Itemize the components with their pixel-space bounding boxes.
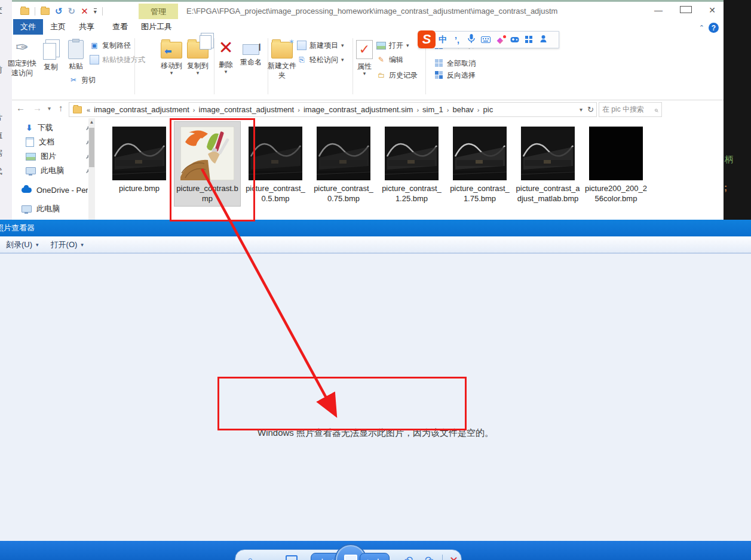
photo-viewer-menubar: 刻录(U)▾ 打开(O)▾ [0,236,751,254]
folder-icon [73,106,82,113]
history-icon: 🗀 [376,70,386,80]
sidebar-item-pictures[interactable]: 图片 [12,149,99,164]
sidebar-item-this-pc[interactable]: 此电脑 [12,202,99,216]
breadcrumb-segment[interactable]: image_contrast_adjustment [197,105,297,114]
delete-icon[interactable]: ✕ [81,6,88,17]
invert-selection-button[interactable]: 反向选择 [434,69,476,81]
cut-button[interactable]: ✂ 剪切 [69,74,96,86]
sidebar-item-onedrive[interactable]: OneDrive - Persc [12,183,99,197]
game-center-icon[interactable] [507,35,522,45]
collapse-ribbon-icon[interactable]: ⌃ [699,24,704,32]
black-image-thumbnail [589,127,643,180]
copy-path-icon: ▣ [90,41,99,50]
rotate-left-icon[interactable]: ↶ [404,554,413,560]
minimize-button[interactable]: — [653,5,664,15]
recent-locations-icon[interactable]: ▾ [48,105,51,112]
breadcrumb-segment[interactable]: image_contrast_adjustment [91,105,192,114]
address-dropdown-icon[interactable]: ▾ [580,106,583,113]
background-glyph: 代 [0,166,7,177]
menu-open[interactable]: 打开(O)▾ [45,236,90,253]
sidebar-scrollbar[interactable]: ▲ [88,118,95,220]
background-glyph: 值 [0,130,7,141]
sidebar-item-documents[interactable]: 文档 [12,135,99,149]
address-bar: ← → ▾ ↑ « image_contrast_adjustment›imag… [12,100,724,119]
select-none-button[interactable]: 全部取消 [434,57,476,69]
tab-view[interactable]: 查看 [105,19,135,35]
chinese-mode-icon[interactable]: 中 [436,35,450,45]
paste-shortcut-button[interactable]: 粘贴快捷方式 [90,54,145,66]
breadcrumb-segment[interactable]: behav [450,105,476,114]
file-item[interactable]: picture200_200_256color.bmp [583,122,649,204]
select-none-icon [434,59,444,68]
close-button[interactable]: ✕ [707,5,718,15]
sidebar-item-downloads[interactable]: ⬇下载 [12,121,99,135]
undo-icon[interactable]: ↺ [55,6,63,17]
manage-contextual-tab[interactable]: 管理 [139,4,178,20]
edit-button[interactable]: ✎ 编辑 [376,54,403,66]
file-name: picture200_200_256color.bmp [584,183,648,204]
microphone-icon[interactable] [464,34,479,45]
new-folder-icon[interactable] [41,8,50,15]
tab-share[interactable]: 共享 [72,19,102,35]
file-item[interactable]: picture_contrast_0.5.bmp [243,122,308,204]
copy-path-button[interactable]: ▣ 复制路径 [90,39,131,51]
search-input[interactable]: 在 pic 中搜索 ⌕ [599,102,662,117]
more-tools-icon[interactable] [536,35,550,45]
scroll-up-icon[interactable]: ▲ [88,119,95,125]
file-item[interactable]: picture_contrast.bmp [174,122,240,206]
new-item-button[interactable]: 新建项目▾ [297,39,344,51]
pin-icon: ✑ [16,38,29,56]
menu-burn[interactable]: 刻录(U)▾ [0,236,45,253]
rename-icon [243,44,259,55]
edit-icon: ✎ [376,55,386,64]
file-name: picture_contrast_1.25.bmp [379,183,444,204]
sidebar-item-this-pc-pinned[interactable]: 此电脑 [12,164,99,178]
breadcrumb[interactable]: « image_contrast_adjustment›image_contra… [69,102,597,117]
breadcrumb-segment[interactable]: image_contrast_adjustment.sim [301,105,416,114]
invert-selection-icon [434,70,444,80]
background-window-left-strip: 交前片值据代 [0,0,13,220]
file-item[interactable]: picture_contrast_adjust_matlab.bmp [515,122,581,204]
new-folder-button[interactable]: 新建文件夹 [263,38,301,80]
copy-icon [43,43,56,60]
copy-to-icon [187,42,209,59]
file-item[interactable]: picture_contrast_1.25.bmp [379,122,445,204]
help-icon[interactable]: ? [709,23,719,33]
toolbox-icon[interactable] [522,35,536,45]
easy-access-button[interactable]: ⎘ 轻松访问▾ [297,54,344,66]
new-item-icon [297,41,306,50]
photo-viewer-title: 照片查看器 [0,223,35,233]
zoom-icon[interactable]: ⌕ [247,554,253,560]
sogou-input-toolbar: S 中 ’, ◆ [418,31,559,48]
rotate-right-icon[interactable]: ↷ [425,554,433,560]
photo-viewer-window: 照片查看器 刻录(U)▾ 打开(O)▾ Windows 照片查看器无法显示此图片… [0,220,751,560]
redo-icon[interactable]: ↻ [68,6,76,17]
back-icon[interactable]: ← [16,103,25,113]
maximize-button[interactable] [680,5,691,15]
tab-file[interactable]: 文件 [13,19,43,35]
forward-icon[interactable]: → [33,103,42,113]
delete-photo-icon[interactable]: ✕ [449,554,458,560]
tab-picture-tools[interactable]: 图片工具 [134,19,179,35]
tab-home[interactable]: 主页 [43,19,73,35]
folder-icon[interactable] [20,8,29,15]
background-glyph: 片 [0,112,7,123]
paste-icon [68,40,84,59]
file-item[interactable]: picture_contrast_1.75.bmp [447,122,513,204]
file-name: picture_contrast_0.5.bmp [243,183,308,204]
next-button[interactable]: ▶❘ [360,553,390,560]
punctuation-icon[interactable]: ’, [450,35,464,45]
breadcrumb-segment[interactable]: pic [481,105,496,114]
virtual-keyboard-icon[interactable] [479,35,493,45]
fit-to-window-icon[interactable] [286,555,298,560]
history-button[interactable]: 🗀 历史记录 [376,69,418,81]
skin-icon[interactable]: ◆ [493,35,507,45]
file-item[interactable]: picture_contrast_0.75.bmp [311,122,376,204]
sogou-logo-icon[interactable]: S [418,30,436,48]
breadcrumb-segment[interactable]: sim_1 [420,105,446,114]
up-icon[interactable]: ↑ [59,103,63,113]
customize-qat-icon[interactable]: ▾ [94,8,97,14]
file-item[interactable]: picture.bmp [106,122,172,193]
refresh-icon[interactable]: ↻ [587,105,594,114]
open-button[interactable]: 打开▾ [376,39,409,51]
